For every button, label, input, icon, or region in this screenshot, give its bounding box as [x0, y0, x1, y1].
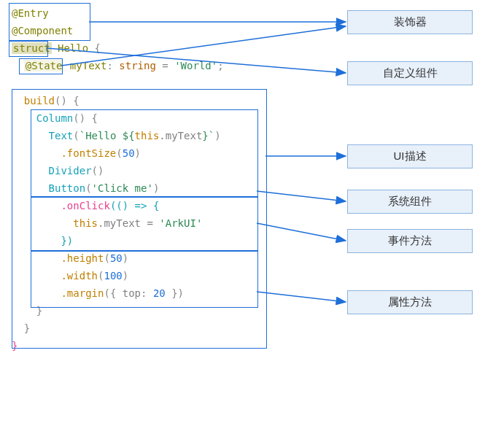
label-event-method: 事件方法 [347, 229, 473, 253]
box-struct [9, 41, 48, 57]
label-decorator: 装饰器 [347, 10, 473, 34]
diagram-stage: @Entry @Component struct Hello { @State … [0, 0, 504, 423]
code-line: struct Hello { [12, 39, 274, 57]
label-ui-description: UI描述 [347, 144, 473, 168]
label-custom-component: 自定义组件 [347, 61, 473, 85]
box-attrs [31, 251, 258, 308]
box-onclick [31, 197, 258, 251]
box-column-inner [31, 109, 258, 197]
label-attribute-method: 属性方法 [347, 290, 473, 314]
label-system-component: 系统组件 [347, 190, 473, 214]
box-decorators [9, 3, 90, 41]
box-state [19, 58, 63, 74]
